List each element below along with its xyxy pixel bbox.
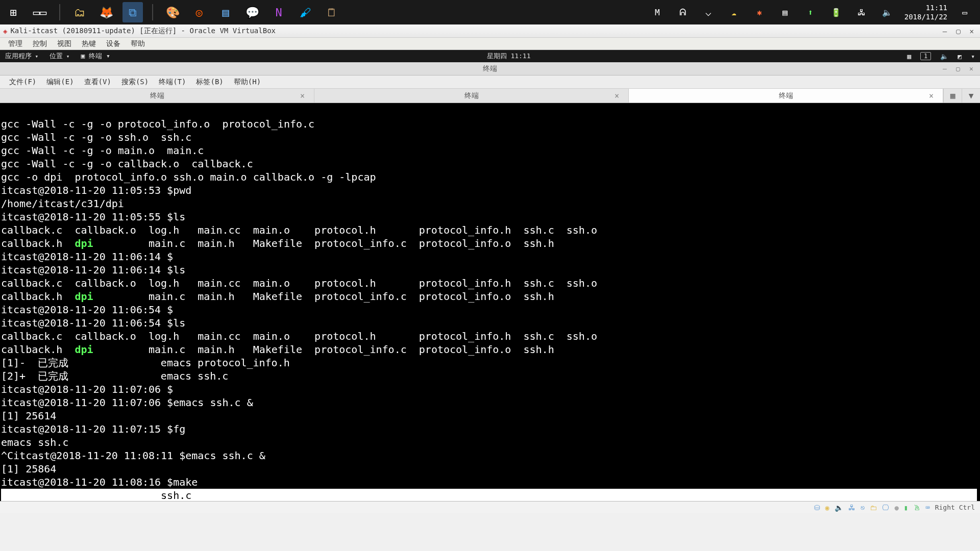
tray-update-icon[interactable]: ⬆ [800, 2, 821, 22]
close-icon[interactable]: × [300, 91, 305, 101]
vbox-display-icon[interactable]: 🖵 [882, 504, 889, 512]
close-button[interactable]: ✕ [970, 27, 974, 35]
term-max-button[interactable]: ▢ [954, 65, 962, 72]
guest-recorder-icon[interactable]: ▦ [907, 53, 911, 60]
brush-icon[interactable]: 🖌 [295, 2, 315, 22]
guest-power-icon[interactable]: ▾ [971, 53, 975, 60]
close-icon[interactable]: × [929, 91, 934, 101]
terminal-menubar: 文件(F) 编辑(E) 查看(V) 搜索(S) 终端(T) 标签(B) 帮助(H… [0, 76, 980, 89]
terminal-line: itcast@2018-11-20 11:07:15 $fg [1, 423, 185, 435]
term-menu-edit[interactable]: 编辑(E) [42, 77, 78, 87]
guest-audio-icon[interactable]: 🔈 [940, 53, 948, 60]
tray-icon-m[interactable]: M [647, 2, 668, 22]
terminal-tab-3[interactable]: 终端 × [629, 89, 943, 103]
vbox-menu-input[interactable]: 热键 [78, 38, 100, 49]
tray-app-icon[interactable]: ☁ [724, 2, 744, 22]
guest-places[interactable]: 位置 [50, 52, 69, 61]
vbox-audio-icon[interactable]: 🔈 [835, 504, 843, 512]
terminal-line: [1] 25864 [1, 463, 56, 475]
vbox-shared-icon[interactable]: 🗀 [870, 504, 877, 512]
terminal-tab-2[interactable]: 终端 × [314, 89, 629, 103]
terminal-line: gcc -Wall -c -g -o main.o main.c [1, 144, 204, 157]
term-close-button[interactable]: ✕ [968, 65, 975, 72]
close-icon[interactable]: × [615, 91, 619, 101]
maximize-button[interactable]: ▢ [956, 27, 960, 35]
vbox-keyboard-icon[interactable]: ⌨ [925, 504, 929, 512]
terminal-line: itcast@2018-11-20 11:06:14 $ [1, 251, 173, 263]
terminal-content[interactable]: gcc -Wall -c -g -o protocol_info.o proto… [0, 103, 980, 501]
vbox-titlebar: ◈ Kali-itcast (20180911-update) [正在运行] -… [0, 24, 980, 38]
virtualbox-icon[interactable]: ⧉ [122, 2, 143, 22]
minimize-button[interactable]: — [943, 27, 947, 35]
term-menu-search[interactable]: 搜索(S) [117, 77, 153, 87]
guest-applications[interactable]: 应用程序 [5, 52, 38, 61]
start-icon[interactable]: ⊞ [3, 2, 23, 22]
terminal-title: 终端 [483, 64, 497, 73]
taskbar-clock[interactable]: 11:11 2018/11/22 [902, 3, 949, 21]
terminal-line: callback.h dpi main.c main.h Makefile pr… [1, 290, 554, 303]
firefox-icon[interactable]: 🦊 [96, 2, 116, 22]
term-menu-tabs[interactable]: 标签(B) [192, 77, 227, 87]
vbox-menu-view[interactable]: 视图 [53, 38, 76, 49]
guest-topbar: 应用程序 位置 ▣ 终端 ▾ 星期四 11:11 ▦ 1 🔈 ◩ ▾ [0, 50, 980, 62]
vbox-menu-machine[interactable]: 控制 [29, 38, 51, 49]
guest-battery-icon[interactable]: ◩ [958, 53, 962, 60]
notification-icon[interactable]: ▭ [954, 2, 975, 22]
term-menu-view[interactable]: 查看(V) [80, 77, 115, 87]
tray-net-icon[interactable]: ▤ [775, 2, 795, 22]
vbox-menu-help[interactable]: 帮助 [127, 38, 149, 49]
terminal-line: /home/itcast/c31/dpi [1, 197, 124, 210]
terminal-line: [1]- 已完成 emacs protocol_info.h [1, 357, 290, 369]
terminal-tabbar: 终端 × 终端 × 终端 × ▦ ▼ [0, 89, 980, 103]
guest-terminal-launcher[interactable]: ▣ 终端 ▾ [81, 52, 110, 61]
vbox-usb-icon[interactable]: ⎋ [861, 504, 865, 512]
terminal-line: callback.c callback.o log.h main.cc main… [1, 277, 597, 289]
terminal-line: callback.c callback.o log.h main.cc main… [1, 330, 597, 342]
terminal-line: itcast@2018-11-20 11:05:55 $ls [1, 211, 185, 223]
terminal-line: ^Citcast@2018-11-20 11:08:11 $emacs ssh.… [1, 449, 265, 462]
wifi-icon[interactable]: 🖧 [851, 2, 872, 22]
vbox-menu-manage[interactable]: 管理 [4, 38, 27, 49]
vbox-title: Kali-itcast (20180911-update) [正在运行] - O… [10, 27, 942, 36]
vbox-recording-icon[interactable]: ● [894, 504, 898, 512]
volume-icon[interactable]: 🔈 [877, 2, 897, 22]
onenote-icon[interactable]: N [268, 2, 289, 22]
vbox-harddisk-icon[interactable]: ⛁ [814, 504, 820, 512]
add-tab-button[interactable]: ▦ [943, 89, 962, 103]
vbox-cpu-icon[interactable]: ▮ [904, 504, 908, 512]
chat-icon[interactable]: 💬 [242, 2, 262, 22]
vbox-menu-devices[interactable]: 设备 [102, 38, 125, 49]
terminal-line: callback.c callback.o log.h main.cc main… [1, 224, 597, 236]
everything-icon[interactable]: ◎ [189, 2, 209, 22]
explorer-icon[interactable]: 🗂 [69, 2, 90, 22]
vbox-network-icon[interactable]: 🖧 [848, 504, 855, 512]
vbox-menubar: 管理 控制 视图 热键 设备 帮助 [0, 38, 980, 50]
terminal-line: callback.h dpi main.c main.h Makefile pr… [1, 237, 554, 249]
vbox-hostkey: Right Ctrl [935, 504, 975, 511]
taskview-icon[interactable]: ▭▭ [30, 2, 50, 22]
tray-expand-icon[interactable]: ⌵ [698, 2, 719, 22]
app-icon-1[interactable]: ▤ [215, 2, 236, 22]
virtualbox-window: ◈ Kali-itcast (20180911-update) [正在运行] -… [0, 24, 980, 551]
guest-clock[interactable]: 星期四 11:11 [110, 52, 907, 61]
people-icon[interactable]: ᕱ [673, 2, 693, 22]
terminal-titlebar: 终端 — ▢ ✕ [0, 62, 980, 76]
term-menu-file[interactable]: 文件(F) [5, 77, 40, 87]
workspace-badge[interactable]: 1 [920, 52, 931, 60]
windows-taskbar: ⊞ ▭▭ 🗂 🦊 ⧉ 🎨 ◎ ▤ 💬 N 🖌 🗒 M ᕱ ⌵ ☁ ✱ ▤ ⬆ 🔋… [0, 0, 980, 24]
tray-gear-icon[interactable]: ✱ [749, 2, 770, 22]
terminal-selection: gcc -Wall -c -g -o ssh.o ssh.c [1, 489, 977, 501]
battery-icon[interactable]: 🔋 [826, 2, 846, 22]
terminal-line: itcast@2018-11-20 11:07:06 $emacs ssh.c … [1, 396, 253, 409]
term-menu-terminal[interactable]: 终端(T) [155, 77, 190, 87]
vbox-optical-icon[interactable]: ◉ [825, 504, 829, 512]
term-min-button[interactable]: — [941, 65, 948, 72]
paint-icon[interactable]: 🎨 [162, 2, 183, 22]
terminal-line: emacs ssh.c [1, 436, 68, 448]
terminal-tab-1[interactable]: 终端 × [0, 89, 314, 103]
tab-menu-button[interactable]: ▼ [962, 89, 980, 103]
vbox-mouse-icon[interactable]: 🖯 [913, 504, 920, 512]
terminal-line: itcast@2018-11-20 11:06:14 $ls [1, 264, 185, 276]
term-menu-help[interactable]: 帮助(H) [230, 77, 265, 87]
text-icon[interactable]: 🗒 [322, 2, 342, 22]
